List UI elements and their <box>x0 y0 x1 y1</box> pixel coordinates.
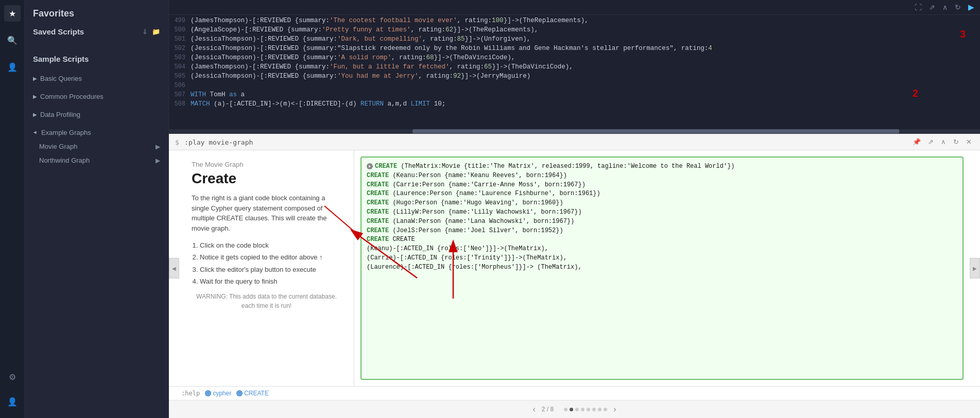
create-link[interactable]: ⓘ CREATE <box>236 390 269 397</box>
pagination-dot[interactable] <box>570 408 573 411</box>
guide-panel: $ :play movie-graph 📌 ⇗ ∧ ↻ ✕ ◀ The Movi… <box>169 134 980 418</box>
pagination-dot[interactable] <box>587 408 590 411</box>
group-common-procedures-header[interactable]: ▶ Common Procedures <box>25 90 168 103</box>
code-content: (Laurence)-[:ACTED_IN {roles:['Morpheus'… <box>367 264 582 271</box>
guide-code-line: CREATE (LillyW:Person {name:'Lilly Wacho… <box>367 208 957 217</box>
refresh-icon[interactable]: ↻ <box>953 2 963 12</box>
guide-code-line: (Laurence)-[:ACTED_IN {roles:['Morpheus'… <box>367 263 957 272</box>
line-number: 507 <box>169 91 191 100</box>
editor-toolbar: ⛶ ⇗ ∧ ↻ ▶ <box>169 0 980 15</box>
code-content: (Carrie:Person {name:'Carrie-Anne Moss',… <box>392 181 585 188</box>
northwind-graph-icons: ▶ <box>156 157 160 164</box>
prompt-symbol: $ <box>175 138 179 146</box>
group-example-graphs-header[interactable]: ▼ Example Graphs <box>25 126 168 140</box>
search-icon[interactable]: 🔍 <box>4 32 21 48</box>
line-content: (AngelaScope)-[:REVIEWED {summary:'Prett… <box>191 26 980 36</box>
favorites-title: Favorites <box>25 0 168 23</box>
line-number: 504 <box>169 63 191 73</box>
guide-description: To the right is a giant code block conta… <box>192 193 341 233</box>
pagination-dot[interactable] <box>575 408 579 411</box>
group-basic-queries-header[interactable]: ▶ Basic Queries <box>25 72 168 85</box>
download-icon[interactable]: ⇓ <box>142 28 148 36</box>
create-keyword: CREATE <box>367 172 392 179</box>
guide-collapse-icon[interactable]: ∧ <box>939 137 948 147</box>
create-link-label: CREATE <box>244 390 269 397</box>
line-number: 500 <box>169 26 191 36</box>
pin-icon[interactable]: 📌 <box>910 137 923 147</box>
line-content: (JessicaThompson)-[:REVIEWED {summary:'A… <box>191 54 980 63</box>
line-number: 506 <box>169 82 191 91</box>
play-icon-2: ▶ <box>156 157 160 164</box>
maximize-icon[interactable]: ⛶ <box>913 2 924 12</box>
favorites-icon[interactable]: ★ <box>4 5 21 22</box>
guide-code-line: CREATE CREATE <box>367 235 957 244</box>
code-line: 500(AngelaScope)-[:REVIEWED {summary:'Pr… <box>169 26 980 36</box>
chevron-down-icon: ▼ <box>32 130 38 135</box>
create-keyword: CREATE <box>367 181 392 188</box>
guide-title-small: The Movie Graph <box>192 161 341 168</box>
create-keyword: CREATE <box>367 227 392 234</box>
pagination-dot[interactable] <box>564 408 568 411</box>
pagination-dot[interactable] <box>581 408 584 411</box>
cypher-link[interactable]: ⓘ cypher <box>205 390 231 397</box>
group-common-procedures: ▶ Common Procedures <box>25 90 168 103</box>
folder-icon[interactable]: 📁 <box>152 28 160 36</box>
code-line: 504(JamesThompson)-[:REVIEWED {summary:'… <box>169 63 980 73</box>
pagination-dot[interactable] <box>598 408 601 411</box>
code-editor[interactable]: 499(JamesThompson)-[:REVIEWED {summary:'… <box>169 15 980 129</box>
pagination-dot[interactable] <box>604 408 607 411</box>
guide-code-line: CREATE (Hugo:Person {name:'Hugo Weaving'… <box>367 199 957 207</box>
line-content: (JessicaThompson)-[:REVIEWED {summary:'Y… <box>191 73 980 82</box>
sidebar-item-northwind-graph[interactable]: Northwind Graph ▶ <box>25 153 168 167</box>
expand-icon[interactable]: ⇗ <box>927 2 937 12</box>
pagination-dot[interactable] <box>592 408 596 411</box>
line-number: 501 <box>169 36 191 45</box>
guide-code-block[interactable]: ▶CREATE (TheMatrix:Movie {title:'The Mat… <box>360 156 964 380</box>
code-line: 507WITH TomH as a <box>169 91 980 100</box>
guide-toolbar-buttons: 📌 ⇗ ∧ ↻ ✕ <box>910 137 974 147</box>
guide-step-2: Notice it gets copied to the editor abov… <box>200 251 341 263</box>
group-basic-queries: ▶ Basic Queries <box>25 72 168 85</box>
user-circle-icon[interactable]: 👤 <box>4 393 21 410</box>
guide-expand-right-btn[interactable]: ▶ <box>970 258 980 278</box>
code-content: (LillyW:Person {name:'Lilly Wachowski', … <box>392 208 581 216</box>
line-number: 499 <box>169 17 191 26</box>
code-line: 499(JamesThompson)-[:REVIEWED {summary:'… <box>169 17 980 26</box>
guide-prev-btn[interactable]: ‹ <box>532 405 535 414</box>
sidebar-item-movie-graph[interactable]: Movie Graph ▶ <box>25 140 168 153</box>
play-btn[interactable]: ▶ <box>966 2 976 12</box>
guide-text-section: The Movie Graph Create To the right is a… <box>179 150 354 386</box>
annotation-3: 3 <box>960 28 966 40</box>
guide-collapse-left-btn[interactable]: ◀ <box>169 258 179 278</box>
play-icon: ▶ <box>156 143 160 150</box>
guide-next-btn[interactable]: › <box>613 405 616 414</box>
guide-refresh-icon[interactable]: ↻ <box>951 137 961 147</box>
create-keyword: CREATE <box>367 208 392 216</box>
code-line: 506 <box>169 82 980 91</box>
line-number: 502 <box>169 45 191 54</box>
guide-pagination: 2 / 8 <box>542 406 554 413</box>
guide-code-line: CREATE (LanaW:Person {name:'Lana Wachows… <box>367 217 957 226</box>
scrollbar-thumb <box>412 129 899 133</box>
cypher-link-icon: ⓘ <box>205 390 211 396</box>
guide-close-icon[interactable]: ✕ <box>964 137 974 147</box>
person-icon[interactable]: 👤 <box>4 59 21 75</box>
line-content: (JessicaThompson)-[:REVIEWED {summary:'D… <box>191 36 980 45</box>
annotation-2: 2 <box>913 88 918 99</box>
line-content: (JamesThompson)-[:REVIEWED {summary:'The… <box>191 17 980 26</box>
cypher-link-label: cypher <box>213 390 231 397</box>
code-content: (Carrie)-[:ACTED_IN {roles:['Trinity']}]… <box>367 254 567 262</box>
movie-graph-label: Movie Graph <box>39 143 77 150</box>
group-data-profiling-header[interactable]: ▶ Data Profiling <box>25 108 168 121</box>
guide-maximize-icon[interactable]: ⇗ <box>926 137 936 147</box>
line-content: (JessicaThompson)-[:REVIEWED {summary:"S… <box>191 45 980 54</box>
settings-icon[interactable]: ⚙ <box>4 369 21 385</box>
horizontal-scrollbar[interactable] <box>169 129 980 133</box>
guide-links: :help ⓘ cypher ⓘ CREATE <box>169 386 980 400</box>
group-example-graphs-label: Example Graphs <box>41 129 91 136</box>
line-content: MATCH (a)-[:ACTED_IN]->(m)<-[:DIRECTED]-… <box>191 100 980 110</box>
collapse-up-icon[interactable]: ∧ <box>940 2 950 12</box>
code-line: 503(JessicaThompson)-[:REVIEWED {summary… <box>169 54 980 63</box>
guide-command: :play movie-graph <box>184 138 253 146</box>
create-keyword: CREATE <box>367 190 392 197</box>
